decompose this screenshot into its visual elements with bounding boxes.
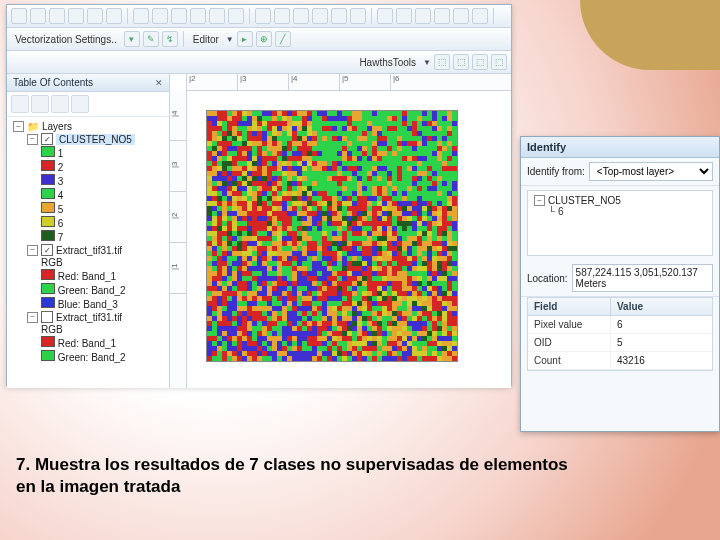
collapse-icon[interactable]: − [27,245,38,256]
toolbar-icon[interactable] [49,8,65,24]
svg-rect-760 [257,186,262,191]
svg-rect-1962 [267,306,272,311]
svg-rect-2132 [367,321,372,326]
svg-rect-84 [377,116,382,121]
identify-result-tree[interactable]: −CLUSTER_NO5 └ 6 [527,190,713,256]
collapse-icon[interactable]: − [13,121,24,132]
tool-icon[interactable]: ⬚ [434,54,450,70]
svg-rect-2173 [322,326,327,331]
svg-rect-23 [322,111,327,116]
layer-checkbox[interactable]: ✓ [41,133,53,145]
toolbar-icon[interactable] [377,8,393,24]
toolbar-icon[interactable] [228,8,244,24]
layer-tree[interactable]: −📁Layers −✓CLUSTER_NO5 1 2 3 4 5 6 7 −✓E… [7,117,169,388]
svg-rect-1586 [387,266,392,271]
toolbar-icon[interactable] [255,8,271,24]
toolbar-icon[interactable] [152,8,168,24]
svg-rect-485 [382,156,387,161]
svg-rect-418 [297,151,302,156]
chevron-down-icon[interactable]: ▼ [226,35,234,44]
tool-icon[interactable]: ╱ [275,31,291,47]
layer-checkbox[interactable]: ✓ [41,244,53,256]
svg-rect-1211 [262,231,267,236]
svg-rect-2237 [392,331,397,336]
svg-rect-2461 [262,356,267,361]
toolbar-icon[interactable] [106,8,122,24]
svg-rect-583 [372,166,377,171]
toolbar-icon[interactable] [11,8,27,24]
svg-rect-2053 [222,316,227,321]
svg-rect-2040 [407,311,412,316]
toc-tool-icon[interactable] [51,95,69,113]
svg-rect-1127 [342,221,347,226]
collapse-icon[interactable]: − [27,312,38,323]
toc-tool-icon[interactable] [11,95,29,113]
toolbar-icon[interactable] [472,8,488,24]
svg-rect-356 [237,146,242,151]
svg-rect-1249 [452,231,457,236]
tool-icon[interactable]: ⊕ [256,31,272,47]
toolbar-icon[interactable] [415,8,431,24]
toolbar-icon[interactable] [68,8,84,24]
collapse-icon[interactable]: − [534,195,545,206]
tool-icon[interactable]: ↯ [162,31,178,47]
toolbar-icon[interactable] [434,8,450,24]
editor-label[interactable]: Editor [189,34,223,45]
vectorization-label[interactable]: Vectorization Settings.. [11,34,121,45]
svg-rect-423 [322,151,327,156]
collapse-icon[interactable]: − [27,134,38,145]
toolbar-icon[interactable] [133,8,149,24]
hawths-label[interactable]: HawthsTools [355,57,420,68]
extract-layer-2[interactable]: Extract_tif31.tif [56,312,122,323]
layer-checkbox[interactable] [41,311,53,323]
toolbar-icon[interactable] [350,8,366,24]
svg-rect-2205 [232,331,237,336]
svg-rect-940 [407,201,412,206]
svg-rect-1336 [387,241,392,246]
toolbar-icon[interactable] [312,8,328,24]
classified-raster[interactable] [206,110,458,362]
svg-rect-1794 [427,286,432,291]
svg-rect-2384 [377,346,382,351]
toolbar-icon[interactable] [87,8,103,24]
toolbar-icon[interactable] [293,8,309,24]
toolbar-icon[interactable] [453,8,469,24]
cluster-layer[interactable]: CLUSTER_NO5 [56,134,135,145]
dropdown-icon[interactable]: ▾ [124,31,140,47]
tool-icon[interactable]: ⬚ [472,54,488,70]
identify-value[interactable]: └ 6 [534,206,706,217]
toolbar-icon[interactable] [209,8,225,24]
identify-from-select[interactable]: <Top-most layer> [589,162,713,181]
chevron-down-icon[interactable]: ▼ [423,58,431,67]
toc-tool-icon[interactable] [71,95,89,113]
pin-icon[interactable]: ✕ [155,78,163,88]
extract-layer-1[interactable]: Extract_tif31.tif [56,245,122,256]
toolbar-icon[interactable] [274,8,290,24]
toolbar-icon[interactable] [190,8,206,24]
svg-rect-2409 [252,351,257,356]
layers-node[interactable]: Layers [42,121,72,132]
toolbar-icon[interactable] [171,8,187,24]
svg-rect-2468 [297,356,302,361]
svg-rect-1463 [272,256,277,261]
toc-tool-icon[interactable] [31,95,49,113]
svg-rect-740 [407,181,412,186]
tool-icon[interactable]: ✎ [143,31,159,47]
tool-icon[interactable]: ▸ [237,31,253,47]
map-view[interactable]: |2|3|4|5|6 |4|3|2|1 [170,74,511,388]
svg-rect-477 [342,156,347,161]
svg-rect-1186 [387,226,392,231]
toolbar-icon[interactable] [30,8,46,24]
svg-rect-67 [292,116,297,121]
identify-layer[interactable]: CLUSTER_NO5 [548,195,621,206]
svg-rect-1196 [437,226,442,231]
toolbar-icon[interactable] [331,8,347,24]
tool-icon[interactable]: ⬚ [453,54,469,70]
svg-rect-1849 [452,291,457,296]
svg-rect-643 [422,171,427,176]
toolbar-icon[interactable] [396,8,412,24]
tool-icon[interactable]: ⬚ [491,54,507,70]
svg-rect-2029 [352,311,357,316]
svg-rect-2453 [222,356,227,361]
svg-rect-757 [242,186,247,191]
